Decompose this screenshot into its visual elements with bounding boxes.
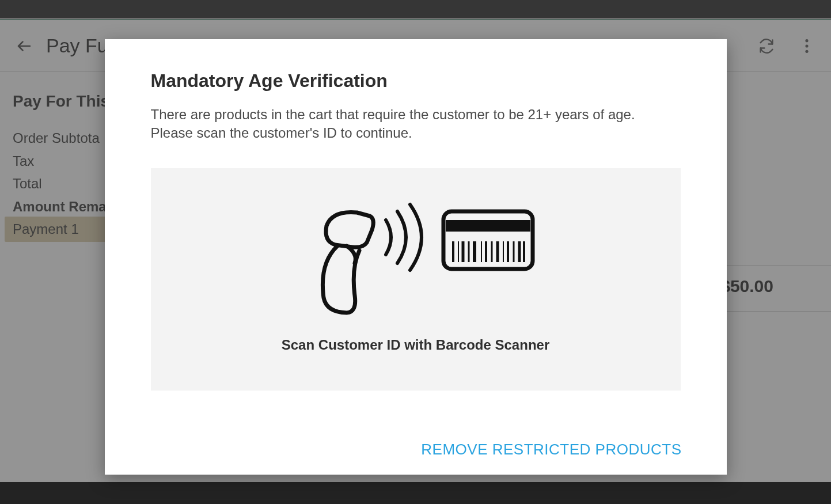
page-root: Pay Fu Pay For This Order Subtota — [0, 0, 831, 504]
modal-description-line2: Please scan the customer's ID to continu… — [151, 125, 412, 141]
modal-title: Mandatory Age Verification — [151, 70, 681, 92]
svg-rect-5 — [446, 220, 530, 232]
scan-illustration — [295, 200, 537, 321]
modal-footer: REMOVE RESTRICTED PRODUCTS — [421, 441, 681, 458]
modal-description: There are products in the cart that requ… — [151, 105, 681, 143]
scan-caption: Scan Customer ID with Barcode Scanner — [282, 337, 549, 353]
scan-panel: Scan Customer ID with Barcode Scanner — [151, 168, 681, 391]
modal-description-line1: There are products in the cart that requ… — [151, 107, 635, 122]
barcode-scanner-icon — [295, 200, 537, 321]
age-verification-modal: Mandatory Age Verification There are pro… — [105, 39, 727, 475]
remove-restricted-products-button[interactable]: REMOVE RESTRICTED PRODUCTS — [421, 441, 681, 458]
